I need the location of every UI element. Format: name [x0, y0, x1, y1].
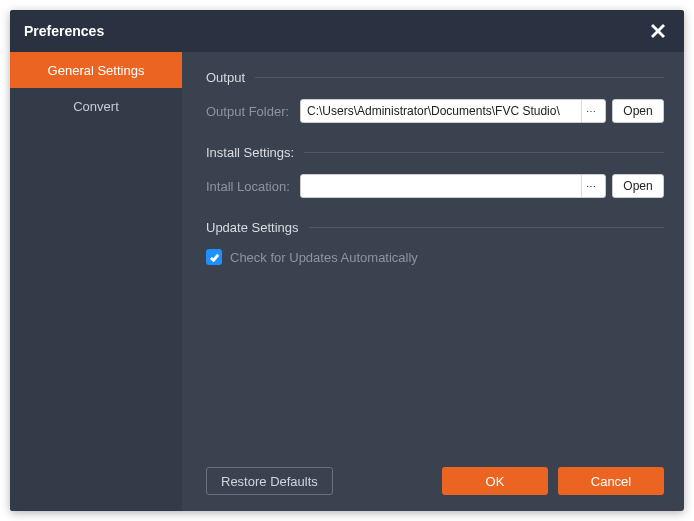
install-location-label: Intall Location:: [206, 179, 294, 194]
titlebar: Preferences: [10, 10, 684, 52]
button-label: OK: [486, 474, 505, 489]
browse-output-button[interactable]: ⋯: [581, 100, 599, 122]
ellipsis-icon: ⋯: [586, 181, 596, 192]
ellipsis-icon: ⋯: [586, 106, 596, 117]
restore-defaults-button[interactable]: Restore Defaults: [206, 467, 333, 495]
output-folder-label: Output Folder:: [206, 104, 294, 119]
check-icon: [209, 252, 220, 263]
output-folder-value: C:\Users\Administrator\Documents\FVC Stu…: [307, 104, 577, 118]
divider: [255, 77, 664, 78]
open-label: Open: [623, 104, 652, 118]
section-title: Update Settings: [206, 220, 299, 235]
button-label: Cancel: [591, 474, 631, 489]
auto-update-checkbox[interactable]: [206, 249, 222, 265]
open-install-button[interactable]: Open: [612, 174, 664, 198]
sidebar-item-convert[interactable]: Convert: [10, 88, 182, 124]
section-install: Install Settings: Intall Location: ⋯ Ope…: [206, 145, 664, 198]
browse-install-button[interactable]: ⋯: [581, 175, 599, 197]
divider: [309, 227, 664, 228]
section-update: Update Settings Check for Updates Automa…: [206, 220, 664, 265]
section-header-install: Install Settings:: [206, 145, 664, 160]
auto-update-row: Check for Updates Automatically: [206, 249, 664, 265]
divider: [304, 152, 664, 153]
section-header-output: Output: [206, 70, 664, 85]
output-folder-row: Output Folder: C:\Users\Administrator\Do…: [206, 99, 664, 123]
button-label: Restore Defaults: [221, 474, 318, 489]
window-title: Preferences: [24, 23, 104, 39]
footer: Restore Defaults OK Cancel: [206, 467, 664, 495]
content: Output Output Folder: C:\Users\Administr…: [182, 52, 684, 511]
preferences-window: Preferences General Settings Convert Out…: [10, 10, 684, 511]
ok-button[interactable]: OK: [442, 467, 548, 495]
install-location-row: Intall Location: ⋯ Open: [206, 174, 664, 198]
sidebar-item-label: General Settings: [48, 63, 145, 78]
output-folder-input[interactable]: C:\Users\Administrator\Documents\FVC Stu…: [300, 99, 606, 123]
sidebar-item-general-settings[interactable]: General Settings: [10, 52, 182, 88]
sidebar: General Settings Convert: [10, 52, 182, 511]
section-title: Output: [206, 70, 245, 85]
sidebar-item-label: Convert: [73, 99, 119, 114]
open-label: Open: [623, 179, 652, 193]
auto-update-label: Check for Updates Automatically: [230, 250, 418, 265]
close-icon: [651, 24, 665, 38]
close-button[interactable]: [646, 19, 670, 43]
body: General Settings Convert Output Output F…: [10, 52, 684, 511]
section-header-update: Update Settings: [206, 220, 664, 235]
open-output-button[interactable]: Open: [612, 99, 664, 123]
cancel-button[interactable]: Cancel: [558, 467, 664, 495]
section-title: Install Settings:: [206, 145, 294, 160]
section-output: Output Output Folder: C:\Users\Administr…: [206, 70, 664, 123]
install-location-input[interactable]: ⋯: [300, 174, 606, 198]
